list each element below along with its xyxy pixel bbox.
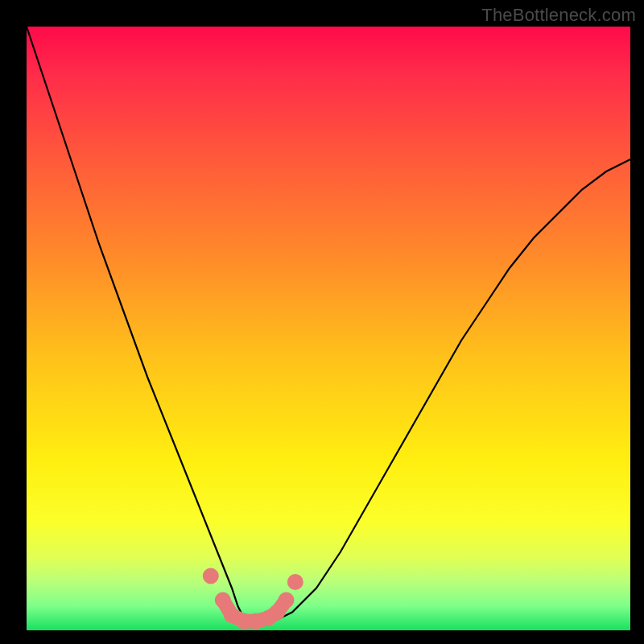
watermark-text: TheBottleneck.com — [481, 5, 636, 26]
curve-marker — [203, 568, 219, 584]
plot-area — [27, 27, 630, 630]
curve-layer — [27, 27, 630, 630]
jewel-markers — [203, 568, 303, 630]
curve-marker — [279, 592, 295, 609]
chart-frame: TheBottleneck.com — [0, 0, 644, 644]
bottleneck-curve — [27, 27, 630, 625]
curve-marker — [287, 574, 303, 590]
curve-marker — [215, 592, 231, 609]
